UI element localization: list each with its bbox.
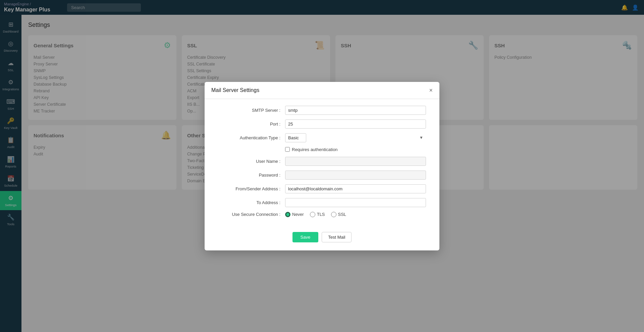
dialog-title: Mail Server Settings	[211, 87, 259, 93]
smtp-server-label: SMTP Server :	[218, 108, 285, 113]
radio-never-input[interactable]	[285, 212, 290, 217]
radio-never-label: Never	[292, 212, 304, 217]
radio-never[interactable]: Never	[285, 212, 304, 217]
from-address-label: From/Sender Address :	[218, 186, 285, 191]
radio-ssl-input[interactable]	[331, 212, 336, 217]
secure-connection-options: Never TLS SSL	[285, 212, 346, 217]
username-label: User Name :	[218, 159, 285, 164]
username-row: User Name :	[218, 157, 426, 166]
radio-tls[interactable]: TLS	[310, 212, 325, 217]
radio-tls-label: TLS	[317, 212, 325, 217]
dialog-header: Mail Server Settings ×	[205, 82, 439, 99]
port-input[interactable]	[285, 120, 426, 129]
auth-type-row: Authentication Type : Basic OAuth2 None …	[218, 133, 426, 142]
requires-auth-row: Requires authentication	[285, 147, 426, 152]
port-label: Port :	[218, 122, 285, 127]
password-label: Password :	[218, 173, 285, 178]
smtp-server-input[interactable]	[285, 106, 426, 115]
username-input[interactable]	[285, 157, 426, 166]
requires-auth-label: Requires authentication	[292, 147, 338, 152]
dialog-footer: Save Test Mail	[205, 229, 439, 242]
from-address-row: From/Sender Address :	[218, 184, 426, 193]
auth-type-select-wrapper: Basic OAuth2 None ▼	[285, 133, 426, 142]
modal-overlay: Mail Server Settings × SMTP Server : Por…	[0, 0, 644, 332]
password-input[interactable]	[285, 171, 426, 180]
auth-type-select[interactable]: Basic OAuth2 None	[285, 133, 306, 142]
requires-auth-checkbox[interactable]	[285, 147, 290, 152]
radio-ssl[interactable]: SSL	[331, 212, 346, 217]
to-address-input[interactable]	[285, 198, 426, 207]
dialog-close-button[interactable]: ×	[429, 87, 433, 93]
password-row: Password :	[218, 171, 426, 180]
port-row: Port :	[218, 120, 426, 129]
to-address-row: To Address :	[218, 198, 426, 207]
radio-ssl-label: SSL	[338, 212, 346, 217]
to-address-label: To Address :	[218, 200, 285, 205]
save-button[interactable]: Save	[292, 232, 319, 242]
secure-connection-label: Use Secure Connection :	[218, 212, 285, 217]
test-mail-button[interactable]: Test Mail	[322, 232, 352, 242]
dialog-body: SMTP Server : Port : Authentication Type…	[205, 99, 439, 229]
auth-type-arrow-icon: ▼	[419, 135, 423, 140]
radio-tls-input[interactable]	[310, 212, 315, 217]
secure-connection-row: Use Secure Connection : Never TLS SSL	[218, 212, 426, 217]
auth-type-label: Authentication Type :	[218, 135, 285, 140]
smtp-server-row: SMTP Server :	[218, 106, 426, 115]
from-address-input[interactable]	[285, 184, 426, 193]
mail-server-dialog: Mail Server Settings × SMTP Server : Por…	[205, 82, 439, 250]
